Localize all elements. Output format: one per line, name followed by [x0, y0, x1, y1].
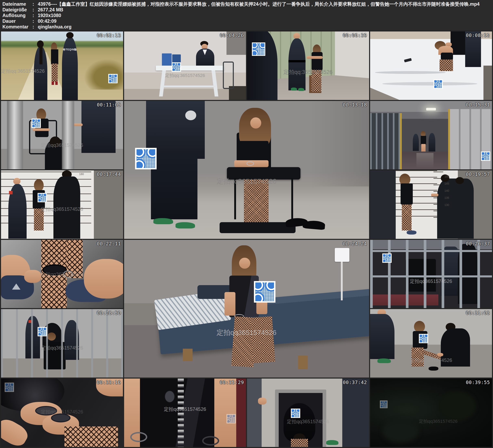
timestamp-overlay: 00:22:11 [97, 241, 121, 246]
fishnet-legs [244, 179, 269, 224]
uniform-badge [185, 111, 196, 120]
fishnet-legs [52, 64, 58, 82]
handcuffs [246, 161, 254, 166]
green-sneaker [298, 88, 304, 91]
video-thumbnail-large: 定拍qq3651574526 00:24:24 [124, 240, 369, 378]
belt-shape [289, 60, 305, 62]
timestamp-overlay: 00:15:31 [466, 102, 490, 107]
height-chart-number: 135 [444, 194, 454, 202]
chain [178, 379, 184, 447]
filesize-label: Dateigröße [2, 7, 33, 12]
woman-figure [312, 52, 323, 70]
comment-label: Kommentar [2, 24, 33, 30]
figure-face [293, 33, 300, 39]
hand-shape [437, 353, 443, 356]
timestamp-overlay: 00:39:55 [466, 380, 490, 385]
qq-watermark: 定拍qq3651574526 [410, 278, 452, 284]
resolution-value: 1920x1080 [38, 12, 493, 18]
red-heel-shape [52, 81, 54, 85]
qr-code-watermark [226, 414, 236, 424]
metadata-row-resolution: Auflösung : 1920x1080 [2, 12, 493, 18]
qq-watermark: 定拍qq3651574526 [41, 271, 83, 278]
timestamp-overlay: 00:02:13 [97, 33, 121, 38]
qr-code-watermark [252, 43, 265, 56]
duration-label: Dauer [2, 18, 33, 24]
bed-leg [183, 349, 192, 361]
video-thumbnail: 150 145 140 135 130 00:19:57 [370, 170, 492, 239]
timestamp-overlay: 00:17:44 [97, 172, 121, 177]
video-thumbnail-large: 定拍qq3651574526 00:13:18 [124, 101, 369, 239]
cell-bars [370, 240, 492, 308]
video-thumbnail: 180 定拍qq3651574526 00:17:44 [1, 170, 123, 239]
metal-pole [62, 101, 74, 169]
qq-watermark: 定拍qq3651574526 [41, 206, 83, 213]
video-thumbnail: 定拍qq3651574526 00:39:55 [370, 379, 492, 447]
metadata-row-filesize: Dateigröße : 2677.24 MB [2, 7, 493, 12]
chair-base-plate [220, 222, 296, 233]
timestamp-overlay: 00:28:50 [97, 310, 121, 316]
filesize-value: 2677.24 MB [38, 7, 493, 12]
floor-corner [370, 83, 399, 100]
video-thumbnail: 定拍qq3651574526 00:35:29 [124, 379, 246, 447]
metadata-row-comment: Kommentar : qinglanhua.org [2, 24, 493, 30]
qr-code-watermark [481, 152, 490, 161]
qq-watermark: 定拍qq3651574526 [216, 177, 277, 186]
hand-shape [84, 259, 123, 299]
qr-code-watermark [380, 401, 388, 408]
ceiling-light [426, 108, 436, 111]
officer-figure [413, 134, 419, 151]
woman-figure [401, 183, 413, 204]
hand-shape [258, 398, 267, 404]
figure-head [66, 32, 74, 38]
green-sneaker [326, 440, 338, 445]
wall-shading [310, 101, 369, 186]
desk-crossbar [163, 86, 215, 87]
green-sneaker [153, 218, 173, 224]
bed-leg [298, 356, 308, 370]
woman-head [34, 179, 44, 191]
qr-code-watermark [419, 334, 428, 343]
qq-watermark: 定拍qq:3651574526 [283, 68, 333, 76]
green-sneaker [377, 358, 391, 363]
fishnet-legs [402, 204, 412, 231]
black-shoe [429, 367, 438, 371]
timestamp-overlay: 00:33:16 [97, 380, 121, 385]
separator: : [33, 24, 38, 30]
metal-pole [7, 101, 23, 169]
officer-figure [289, 38, 305, 90]
woman-figure [441, 53, 453, 60]
qq-watermark: 定拍qq3651574526 [410, 357, 452, 364]
height-chart-number: 130 [444, 202, 454, 209]
timestamp-overlay: 00:11:05 [97, 102, 121, 107]
uniform-back-text: 特TEQIN勤 [63, 48, 77, 51]
dark-shape [437, 391, 476, 421]
bedding-fold [375, 71, 446, 74]
woman-face [250, 117, 261, 128]
timestamp-overlay: 00:08:52 [466, 33, 490, 38]
video-thumbnail: 定拍qq:3651574526 00:04:26 [124, 32, 246, 100]
arm-shape [33, 128, 50, 131]
qr-code-watermark [5, 383, 14, 392]
separator: : [33, 1, 38, 7]
red-armband [9, 191, 13, 194]
hand-shape [431, 193, 438, 196]
separator: : [33, 7, 38, 12]
foreground-figure [370, 170, 396, 239]
timestamp-overlay: 00:31:03 [466, 310, 490, 316]
timestamp-overlay: 00:06:39 [343, 33, 367, 38]
timestamp-overlay: 00:35:29 [220, 380, 244, 385]
qq-watermark: 定拍qq3651574526 [41, 142, 83, 148]
arm-shape [224, 292, 235, 315]
metadata-row-duration: Dauer : 00:42:09 [2, 18, 493, 24]
fishnet-legs [291, 439, 308, 447]
video-thumbnail: 定拍qq:3651574526 00:06:39 [247, 32, 369, 100]
qr-code-watermark [434, 79, 443, 89]
video-thumbnail: 00:08:52 [370, 32, 492, 100]
floor-reflection [416, 153, 434, 168]
comment-value: qinglanhua.org [38, 24, 493, 30]
phone-on-bed [404, 58, 412, 63]
qr-code-watermark [172, 62, 181, 72]
height-chart-number: 180 [79, 172, 84, 176]
qq-watermark: 定拍qq3651574526 [41, 345, 83, 351]
ponytail-shape [39, 45, 43, 64]
